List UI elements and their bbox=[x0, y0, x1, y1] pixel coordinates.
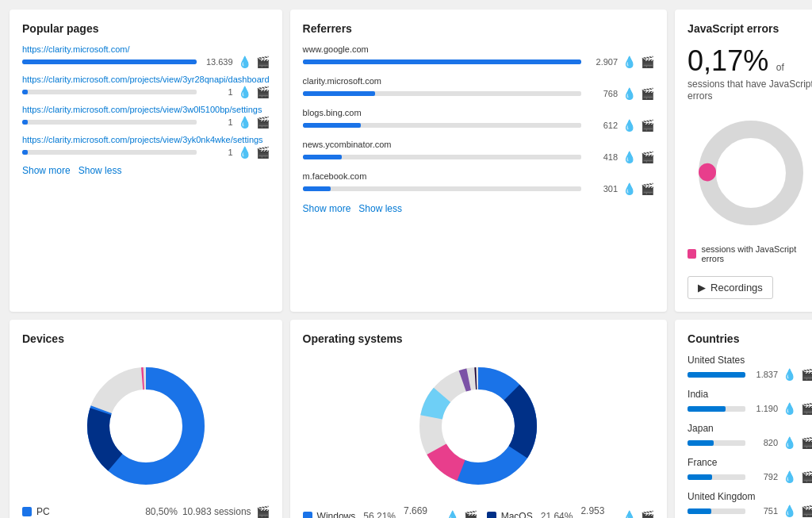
drop-icon[interactable]: 💧 bbox=[783, 470, 796, 483]
popular-pages-show-less[interactable]: Show less bbox=[79, 165, 122, 176]
drop-icon[interactable]: 💧 bbox=[238, 56, 251, 68]
film-icon[interactable]: 🎬 bbox=[464, 510, 477, 518]
drop-icon[interactable]: 💧 bbox=[622, 510, 636, 518]
ref-value: 768 bbox=[586, 89, 618, 98]
film-icon[interactable]: 🎬 bbox=[256, 116, 270, 129]
drop-icon[interactable]: 💧 bbox=[622, 182, 636, 195]
drop-icon[interactable]: 💧 bbox=[622, 151, 636, 163]
film-icon[interactable]: 🎬 bbox=[256, 146, 270, 159]
ref-value: 612 bbox=[586, 121, 618, 130]
film-icon[interactable]: 🎬 bbox=[641, 510, 654, 518]
country-name: United Kingdom bbox=[688, 491, 812, 502]
ref-bar-fill bbox=[303, 155, 342, 159]
ref-bar-row: 418 💧 🎬 bbox=[303, 151, 654, 163]
os-legend-pct: 21,64% bbox=[541, 511, 573, 518]
film-icon[interactable]: 🎬 bbox=[641, 119, 654, 132]
popular-pages-title: Popular pages bbox=[22, 22, 270, 35]
ref-value: 301 bbox=[586, 184, 618, 194]
country-bar-row: 792 💧 🎬 bbox=[688, 470, 812, 483]
drop-icon[interactable]: 💧 bbox=[622, 56, 636, 68]
page-value: 1 bbox=[201, 117, 233, 127]
js-errors-stat: 0,17% of sessions that have JavaScript e… bbox=[688, 44, 812, 102]
ref-bar-container bbox=[303, 91, 581, 96]
js-errors-pct: 0,17% bbox=[688, 44, 768, 77]
film-icon[interactable]: 🎬 bbox=[256, 505, 270, 518]
page-url[interactable]: https://clarity.microsoft.com/projects/v… bbox=[22, 105, 270, 114]
referrers-card: Referrers www.google.com 2.907 💧 🎬 clari… bbox=[290, 10, 667, 312]
film-icon[interactable]: 🎬 bbox=[641, 151, 654, 163]
film-icon[interactable]: 🎬 bbox=[256, 56, 270, 68]
os-legend-sessions: 2.953 sessions bbox=[580, 505, 618, 518]
film-icon[interactable]: 🎬 bbox=[801, 402, 812, 415]
ref-bar-container bbox=[303, 59, 581, 64]
legend-color-swatch bbox=[487, 512, 496, 518]
page-url[interactable]: https://clarity.microsoft.com/projects/v… bbox=[22, 75, 270, 84]
legend-sessions: 10.983 sessions bbox=[182, 506, 251, 517]
country-item: United States 1.837 💧 🎬 bbox=[688, 355, 812, 381]
country-item: Japan 820 💧 🎬 bbox=[688, 423, 812, 449]
drop-icon[interactable]: 💧 bbox=[446, 510, 459, 518]
film-icon[interactable]: 🎬 bbox=[256, 86, 270, 98]
os-legend-label: Windows bbox=[317, 511, 356, 518]
page-bar-container bbox=[22, 59, 197, 64]
country-name: India bbox=[688, 389, 812, 400]
referrers-show-less[interactable]: Show less bbox=[358, 203, 402, 214]
drop-icon[interactable]: 💧 bbox=[622, 119, 636, 132]
page-item: https://clarity.microsoft.com/projects/v… bbox=[22, 105, 270, 129]
popular-pages-show-more[interactable]: Show more bbox=[22, 165, 71, 176]
country-bar-row: 1.837 💧 🎬 bbox=[688, 368, 812, 381]
js-errors-legend-color bbox=[688, 249, 696, 259]
film-icon[interactable]: 🎬 bbox=[801, 368, 812, 381]
page-value: 1 bbox=[201, 148, 233, 157]
os-legend-pct: 56,21% bbox=[363, 511, 396, 518]
drop-icon[interactable]: 💧 bbox=[783, 505, 796, 517]
page-bar-row: 1 💧 🎬 bbox=[22, 116, 270, 129]
ref-bar-container bbox=[303, 186, 581, 191]
page-bar-container bbox=[22, 90, 197, 94]
film-icon[interactable]: 🎬 bbox=[801, 470, 812, 483]
drop-icon[interactable]: 💧 bbox=[783, 436, 796, 449]
page-bar-fill bbox=[22, 150, 28, 155]
ref-bar-row: 301 💧 🎬 bbox=[303, 182, 654, 195]
countries-title: Countries bbox=[688, 332, 812, 345]
ref-item: clarity.microsoft.com 768 💧 🎬 bbox=[303, 76, 654, 100]
drop-icon[interactable]: 💧 bbox=[783, 402, 796, 415]
page-value: 1 bbox=[201, 87, 233, 97]
country-bar-row: 1.190 💧 🎬 bbox=[688, 402, 812, 415]
os-legend: Windows 56,21% 7.669 sessions 💧 🎬 MacOS … bbox=[303, 505, 654, 518]
film-icon[interactable]: 🎬 bbox=[641, 56, 654, 68]
film-icon[interactable]: 🎬 bbox=[801, 436, 812, 449]
referrers-show-more[interactable]: Show more bbox=[303, 203, 351, 214]
ref-bar-fill bbox=[303, 186, 331, 191]
page-value: 13.639 bbox=[201, 57, 233, 67]
page-url[interactable]: https://clarity.microsoft.com/projects/v… bbox=[22, 135, 270, 144]
svg-point-0 bbox=[707, 129, 795, 217]
page-url[interactable]: https://clarity.microsoft.com/ bbox=[22, 44, 270, 54]
devices-donut bbox=[22, 355, 270, 497]
country-item: United Kingdom 751 💧 🎬 bbox=[688, 491, 812, 517]
legend-color-swatch bbox=[22, 507, 32, 516]
drop-icon[interactable]: 💧 bbox=[238, 86, 251, 98]
legend-color-swatch bbox=[303, 512, 312, 518]
js-errors-legend: sessions with JavaScript errors bbox=[688, 244, 812, 263]
popular-pages-card: Popular pages https://clarity.microsoft.… bbox=[10, 10, 282, 312]
os-legend-sessions: 7.669 sessions bbox=[404, 505, 441, 518]
recordings-button[interactable]: ▶ Recordings bbox=[688, 276, 773, 299]
drop-icon[interactable]: 💧 bbox=[238, 146, 251, 159]
os-donut bbox=[303, 355, 654, 497]
ref-item: m.facebook.com 301 💧 🎬 bbox=[303, 171, 654, 195]
film-icon[interactable]: 🎬 bbox=[641, 182, 654, 195]
film-icon[interactable]: 🎬 bbox=[801, 505, 812, 517]
ref-bar-container bbox=[303, 123, 581, 128]
page-bar-fill bbox=[22, 120, 28, 125]
drop-icon[interactable]: 💧 bbox=[783, 368, 796, 381]
page-bar-row: 1 💧 🎬 bbox=[22, 86, 270, 98]
country-item: France 792 💧 🎬 bbox=[688, 457, 812, 483]
country-value: 1.190 bbox=[750, 404, 778, 413]
country-bar-fill bbox=[688, 508, 711, 514]
drop-icon[interactable]: 💧 bbox=[238, 116, 251, 129]
film-icon[interactable]: 🎬 bbox=[641, 87, 654, 100]
country-bar-fill bbox=[688, 372, 745, 378]
popular-pages-show-links: Show more Show less bbox=[22, 165, 270, 176]
drop-icon[interactable]: 💧 bbox=[622, 87, 636, 100]
